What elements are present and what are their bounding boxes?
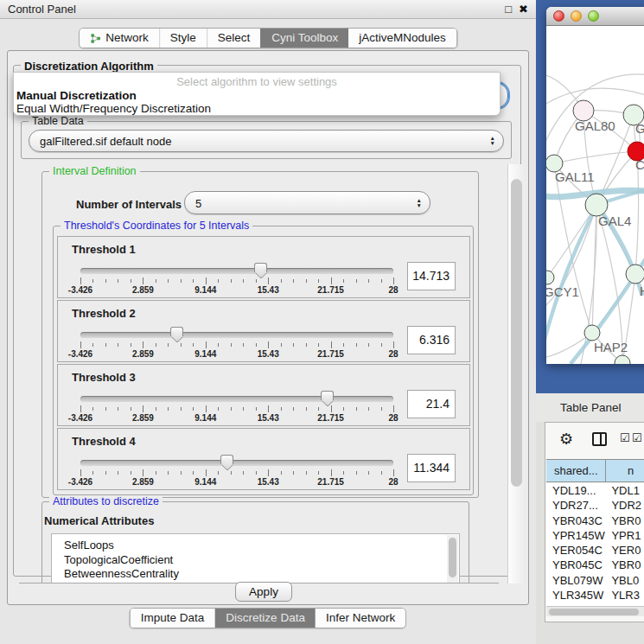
table-data-combobox[interactable]: galFiltered.sif default node ▲▼ (29, 130, 504, 152)
tab-select[interactable]: Select (207, 29, 261, 48)
tab-style[interactable]: Style (159, 29, 207, 48)
cell-name[interactable]: YBR0 (606, 558, 644, 572)
tab-jactivemnodules[interactable]: jActiveMNodules (348, 29, 456, 48)
number-of-intervals-value: 5 (195, 196, 201, 209)
tick-mark (80, 469, 81, 476)
cell-shared-name[interactable]: YDL19... (546, 483, 606, 498)
table-row[interactable]: YER054CYER0 (546, 543, 644, 558)
spinner-arrows-icon[interactable]: ▲▼ (417, 198, 422, 208)
tick-mark (306, 279, 307, 283)
network-canvas[interactable]: GAL80GAL11GAL4GCY1HAP2G.CH (546, 26, 644, 364)
tick-mark (218, 343, 219, 347)
zoom-traffic-light[interactable] (588, 10, 599, 22)
threshold-value-field[interactable]: 14.713 (407, 262, 456, 290)
cell-name[interactable]: YBR0 (606, 513, 644, 528)
tick-mark (331, 469, 332, 476)
tab-impute-data[interactable]: Impute Data (131, 609, 215, 628)
panel-vertical-scrollbar[interactable] (507, 164, 525, 583)
tab-discretize-data[interactable]: Discretize Data (214, 609, 316, 628)
threshold-value-field[interactable]: 11.344 (407, 454, 456, 482)
network-node[interactable] (615, 355, 630, 364)
slider-ticks (80, 405, 393, 413)
network-node[interactable] (626, 265, 644, 284)
slider-thumb[interactable] (321, 391, 334, 400)
tab-infer-network[interactable]: Infer Network (316, 609, 405, 628)
table-row[interactable]: YLR345WYLR3 (546, 588, 644, 603)
tick-label: 15.43 (258, 477, 279, 487)
threshold-row-3: Threshold 3-3.4262.8599.14415.4321.71528… (57, 364, 470, 426)
column-header-shared[interactable]: shared... (546, 460, 606, 481)
float-window-icon[interactable]: □ (505, 3, 512, 16)
cell-shared-name[interactable]: YBR045C (546, 558, 606, 572)
node-label: GAL11 (555, 169, 595, 184)
scrollbar-thumb[interactable] (549, 609, 639, 615)
close-traffic-light[interactable] (553, 10, 564, 22)
threshold-value-field[interactable]: 6.316 (407, 326, 456, 354)
tick-mark (268, 469, 269, 476)
checkbox-icon[interactable]: ☑ (620, 431, 630, 444)
slider-track[interactable] (80, 396, 393, 402)
spinner-arrows-icon[interactable]: ▲▼ (490, 136, 495, 146)
table-row[interactable]: YBR043CYBR0 (546, 513, 644, 528)
slider-track[interactable] (80, 268, 393, 274)
cell-name[interactable]: YDR2 (606, 498, 644, 513)
scrollbar-thumb[interactable] (511, 179, 522, 487)
table-row[interactable]: YPR145WYPR1 (546, 528, 644, 543)
gear-icon[interactable]: ⚙ (559, 430, 573, 449)
table-horizontal-scrollbar[interactable] (546, 606, 644, 616)
slider-track[interactable] (80, 332, 393, 338)
cell-shared-name[interactable]: YBR043C (546, 513, 606, 528)
list-item[interactable]: TopologicalCoefficient (52, 553, 459, 568)
cell-name[interactable]: YBL0 (606, 573, 644, 588)
cell-name[interactable]: YDL1 (606, 483, 644, 498)
attributes-list-scrollbar[interactable] (447, 535, 458, 583)
minimize-traffic-light[interactable] (571, 10, 582, 22)
settings-viewport: Interval Definition Number of Intervals … (19, 164, 499, 583)
tick-label: 28 (388, 349, 398, 359)
tab-network[interactable]: Network (80, 29, 159, 48)
slider-thumb[interactable] (170, 327, 183, 336)
tick-mark (293, 279, 294, 283)
threshold-row-1: Threshold 1-3.4262.8599.14415.4321.71528… (57, 236, 470, 298)
scrollbar-thumb[interactable] (449, 538, 456, 577)
list-item[interactable]: SelfLoops (52, 534, 459, 553)
node-label-fragment: C (635, 157, 644, 172)
columns-icon[interactable] (592, 432, 607, 446)
network-node-gcy1[interactable] (546, 271, 554, 284)
checkbox-icon[interactable]: ☑ (632, 431, 642, 444)
column-header-name[interactable]: n (606, 460, 644, 481)
close-icon[interactable]: ✖ (519, 3, 528, 16)
numerical-attributes-list[interactable]: SelfLoopsTopologicalCoefficientBetweenne… (51, 533, 460, 583)
slider-thumb[interactable] (254, 263, 267, 272)
discretization-algorithm-group: Discretization Algorithm Table Data galF… (13, 65, 521, 577)
table-row[interactable]: YDL19...YDL1 (546, 483, 644, 498)
cell-name[interactable]: YER0 (606, 543, 644, 558)
network-node-hap2[interactable] (584, 325, 600, 341)
cell-name[interactable]: YPR1 (606, 528, 644, 543)
number-of-intervals-combobox[interactable]: 5 ▲▼ (184, 191, 430, 214)
slider-track[interactable] (80, 460, 393, 466)
dropdown-option-equal-width-frequency[interactable]: Equal Width/Frequency Discretization (16, 102, 211, 115)
tick-mark (218, 407, 219, 411)
slider-thumb[interactable] (220, 455, 233, 464)
list-item[interactable]: BetweennessCentrality (52, 567, 459, 582)
tab-cyni-toolbox[interactable]: Cyni Toolbox (260, 29, 348, 48)
threshold-value-field[interactable]: 21.4 (407, 390, 456, 418)
apply-button[interactable]: Apply (235, 582, 292, 602)
tick-mark (231, 471, 232, 475)
dropdown-option-manual-discretization[interactable]: Manual Discretization (16, 89, 137, 102)
cell-shared-name[interactable]: YPR145W (546, 528, 606, 543)
tick-mark (118, 471, 118, 475)
cell-shared-name[interactable]: YBL079W (546, 573, 606, 588)
tick-mark (256, 471, 257, 475)
node-label: GAL4 (598, 214, 631, 228)
cell-shared-name[interactable]: YER054C (546, 543, 606, 558)
cell-name[interactable]: YLR3 (606, 588, 644, 603)
cyni-toolbox-panel: Discretization Algorithm Table Data galF… (7, 50, 529, 605)
cell-shared-name[interactable]: YLR345W (546, 588, 606, 603)
table-row[interactable]: YBL079WYBL0 (546, 573, 644, 588)
table-row[interactable]: YDR27...YDR2 (546, 498, 644, 513)
table-row[interactable]: YBR045CYBR0 (546, 558, 644, 572)
tick-mark (318, 279, 319, 283)
cell-shared-name[interactable]: YDR27... (546, 498, 606, 513)
